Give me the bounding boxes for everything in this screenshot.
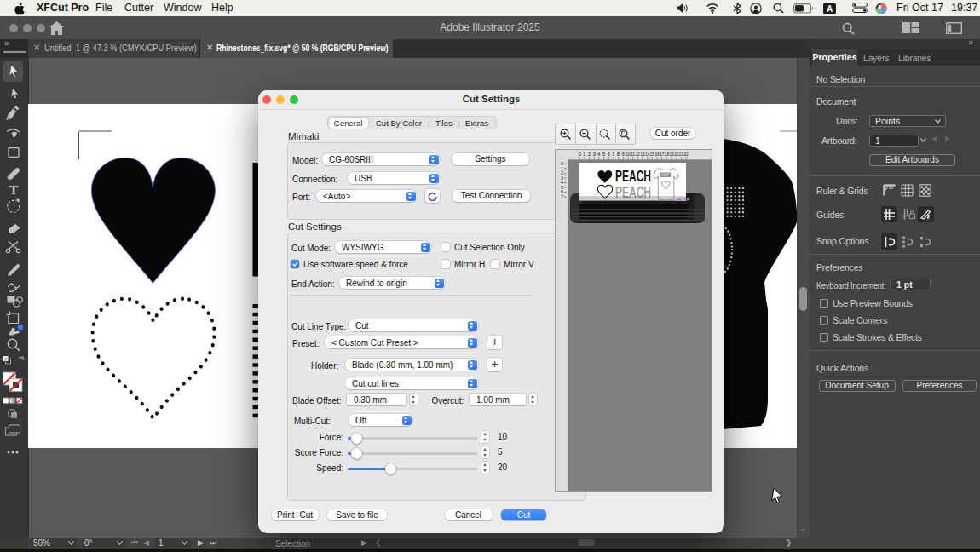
svg-text:PEACH: PEACH bbox=[615, 167, 651, 185]
svg-text:T: T bbox=[9, 183, 18, 197]
svg-text:A: A bbox=[827, 3, 833, 13]
